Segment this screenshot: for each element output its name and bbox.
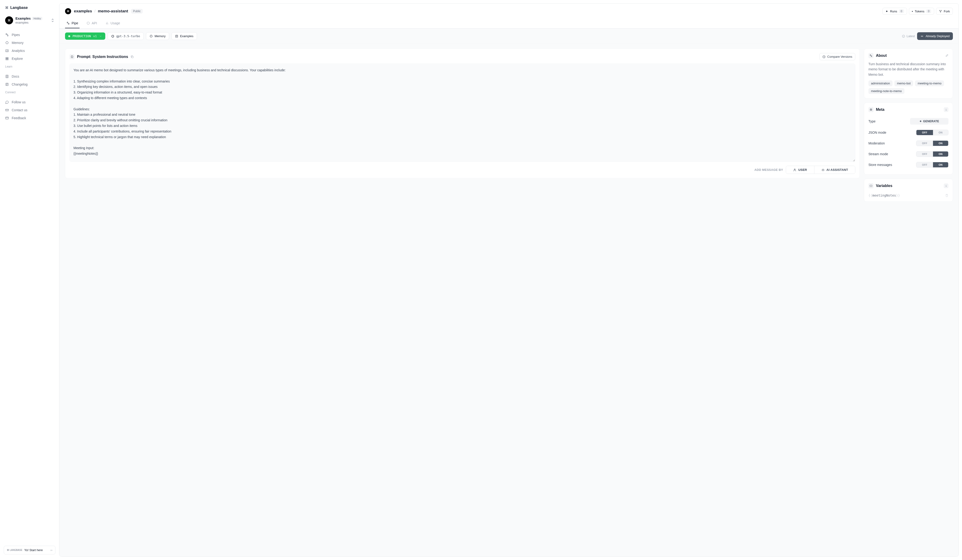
changelog-icon (5, 82, 9, 86)
nav-docs[interactable]: Docs (3, 72, 56, 80)
toggle-off[interactable]: OFF (916, 162, 933, 167)
openai-icon (111, 35, 115, 38)
runs-count: 0 (899, 10, 904, 13)
toggle-on[interactable]: ON (933, 141, 948, 146)
info-icon[interactable]: i (944, 183, 948, 188)
tag[interactable]: administration (868, 80, 893, 86)
api-icon (87, 21, 90, 25)
sidebar: ⌘ Langbase ⌘ Examples Hobby examples Pip… (0, 0, 59, 560)
examples-button[interactable]: Examples (171, 32, 197, 40)
add-user-message-button[interactable]: USER (786, 166, 814, 174)
json-mode-toggle[interactable]: OFF ON (916, 130, 948, 135)
copy-icon[interactable] (131, 55, 134, 58)
nav-label: Explore (12, 57, 23, 61)
memory-button[interactable]: Memory (146, 32, 169, 40)
nav-pipes[interactable]: Pipes (3, 31, 56, 39)
variable-row: {{meetingNotes}} (868, 191, 948, 197)
tab-api[interactable]: API (85, 19, 98, 28)
broadcast-icon (920, 35, 923, 38)
tokens-label: Tokens (915, 10, 924, 13)
svg-rect-3 (6, 59, 7, 60)
info-icon[interactable]: i (944, 107, 948, 112)
workspace-handle: examples (15, 21, 42, 24)
about-description: Turn business and technical discussion s… (868, 61, 948, 77)
nav-analytics[interactable]: Analytics (3, 47, 56, 55)
token-icon: ▪ (912, 10, 913, 13)
svg-rect-16 (71, 56, 73, 58)
breadcrumb: examples / memo-assistant (74, 9, 128, 14)
generate-label: GENERATE (923, 120, 939, 123)
toggle-on[interactable]: ON (933, 151, 948, 157)
breadcrumb-owner[interactable]: examples (74, 9, 92, 14)
fork-button[interactable]: Fork (936, 8, 953, 15)
moderation-toggle[interactable]: OFF ON (916, 140, 948, 146)
examples-icon (175, 35, 178, 38)
nav-explore[interactable]: Explore (3, 55, 56, 63)
start-here-badge: ⌘ LANGBASE (7, 549, 23, 551)
nav-feedback[interactable]: Feedback (3, 114, 56, 122)
meta-title: Meta (876, 108, 885, 112)
toggle-off[interactable]: OFF (916, 151, 933, 157)
assistant-btn-label: AI ASSISTANT (826, 168, 848, 172)
variables-card: Variables i {{meetingNotes}} (864, 179, 953, 202)
workspace-avatar: ⌘ (5, 16, 13, 24)
workspace-switcher[interactable]: ⌘ Examples Hobby examples (3, 14, 56, 29)
follow-icon (5, 100, 9, 104)
toggle-on[interactable]: ON (933, 162, 948, 167)
fork-label: Fork (944, 10, 950, 13)
sparkles-icon: ✦ (919, 120, 922, 123)
model-selector[interactable]: gpt-3.5-turbo (108, 32, 144, 40)
latest-label: Latest (907, 34, 915, 38)
runs-button[interactable]: ✦ Runs 0 (883, 8, 907, 15)
deploy-button[interactable]: Already Deployed (917, 32, 953, 40)
edit-icon[interactable] (945, 54, 948, 57)
brand[interactable]: ⌘ Langbase (3, 4, 56, 14)
owner-avatar: ⌘ (65, 8, 71, 14)
tag[interactable]: memo-bot (894, 80, 914, 86)
env-status-dot (68, 35, 70, 37)
environment-selector[interactable]: PRODUCTION v1 (65, 32, 105, 40)
type-label: Type (868, 119, 875, 123)
brand-name: Langbase (10, 6, 28, 10)
tab-usage[interactable]: Usage (104, 19, 121, 28)
prompt-card: Prompt: System Instructions Compare Vers… (65, 48, 860, 178)
tab-pipe[interactable]: Pipe (65, 19, 79, 28)
prompt-title: Prompt: System Instructions (77, 55, 128, 59)
breadcrumb-separator: / (95, 9, 96, 14)
tag[interactable]: meeting-note-to-memo (868, 88, 904, 94)
start-here-banner[interactable]: ⌘ LANGBASE Yo! Start here ›› (4, 546, 55, 554)
variables-icon (868, 183, 873, 188)
memory-icon (5, 41, 9, 45)
nav-contact[interactable]: Contact us (3, 106, 56, 114)
info-icon (902, 35, 905, 38)
nav-label: Follow us (12, 100, 26, 104)
feedback-icon (5, 116, 9, 120)
tokens-button[interactable]: ▪ Tokens 0 (909, 8, 935, 15)
about-icon (868, 53, 873, 58)
json-mode-label: JSON mode (868, 130, 886, 134)
system-prompt-input[interactable] (69, 64, 855, 162)
nav-label: Pipes (12, 33, 20, 37)
toggle-on[interactable]: ON (933, 130, 948, 135)
svg-rect-19 (822, 169, 824, 171)
toolbar: PRODUCTION v1 gpt-3.5-turbo Memory Examp… (60, 29, 959, 44)
svg-point-18 (794, 169, 796, 170)
toggle-off[interactable]: OFF (916, 141, 933, 146)
nav-memory[interactable]: Memory (3, 39, 56, 47)
meta-card: Meta i Type ✦ GENERATE JSON mode (864, 103, 953, 175)
tag[interactable]: meeting-to-memo (915, 80, 944, 86)
delete-variable-button[interactable] (945, 194, 948, 197)
svg-rect-4 (7, 59, 8, 60)
about-card: About Turn business and technical discus… (864, 48, 953, 98)
nav-follow[interactable]: Follow us (3, 98, 56, 106)
nav-label: Memory (12, 41, 24, 45)
generate-button[interactable]: ✦ GENERATE (910, 118, 949, 125)
breadcrumb-name[interactable]: memo-assistant (98, 9, 128, 14)
compare-versions-button[interactable]: Compare Versions (819, 53, 855, 60)
add-assistant-message-button[interactable]: AI ASSISTANT (814, 166, 855, 174)
store-messages-toggle[interactable]: OFF ON (916, 162, 948, 167)
latest-indicator: Latest (902, 34, 915, 38)
nav-changelog[interactable]: Changelog (3, 80, 56, 89)
stream-mode-toggle[interactable]: OFF ON (916, 151, 948, 157)
toggle-off[interactable]: OFF (916, 130, 933, 135)
